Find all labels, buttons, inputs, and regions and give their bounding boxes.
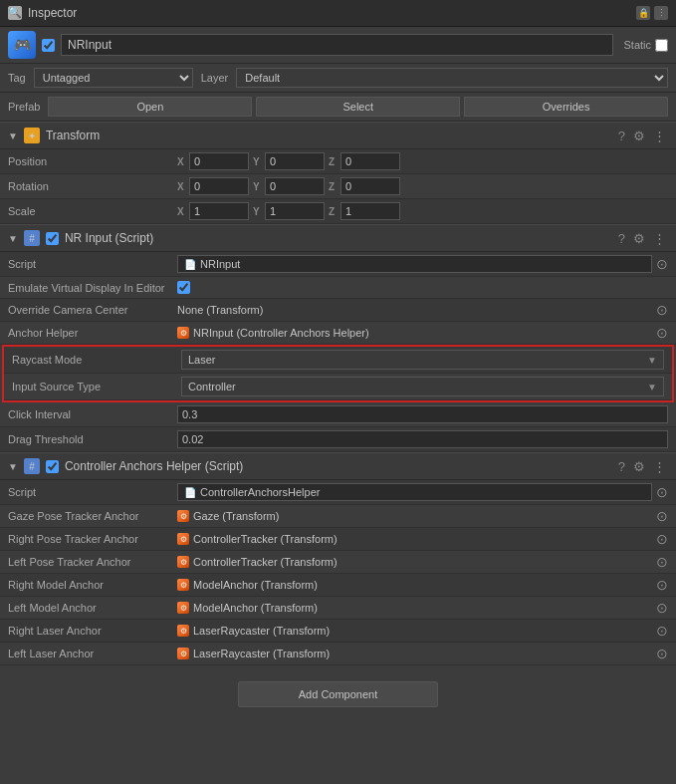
left-pose-pick-btn[interactable]: ⊙	[656, 554, 668, 570]
controller-anchors-help-btn[interactable]: ?	[616, 459, 627, 474]
tag-select[interactable]: Untagged	[34, 68, 193, 88]
scale-z-input[interactable]	[340, 202, 400, 220]
controller-anchors-actions: ? ⚙ ⋮	[616, 459, 668, 474]
object-header: 🎮 Static	[0, 27, 676, 64]
position-y-input[interactable]	[265, 152, 325, 170]
select-button[interactable]: Select	[256, 97, 460, 117]
override-camera-field: None (Transform)	[177, 304, 652, 316]
scale-values: X Y Z	[177, 202, 668, 220]
rotation-y-input[interactable]	[265, 177, 325, 195]
gaze-pose-field: ⚙ Gaze (Transform)	[177, 510, 652, 522]
nrinput-enabled-checkbox[interactable]	[46, 232, 59, 245]
menu-button[interactable]: ⋮	[654, 6, 668, 20]
overrides-button[interactable]: Overrides	[464, 97, 668, 117]
left-pose-icon: ⚙	[177, 556, 189, 568]
nrinput-section-header[interactable]: ▼ # NR Input (Script) ? ⚙ ⋮	[0, 224, 676, 252]
input-source-label: Input Source Type	[12, 381, 181, 392]
title-bar-title: Inspector	[28, 6, 77, 20]
override-camera-label: Override Camera Center	[8, 304, 177, 316]
rotation-z-input[interactable]	[340, 177, 400, 195]
scale-x-field: X	[177, 202, 249, 220]
right-laser-label: Right Laser Anchor	[8, 625, 177, 637]
gaze-pose-value: ⚙ Gaze (Transform) ⊙	[177, 508, 668, 524]
anchor-helper-row: Anchor Helper ⚙ NRInput (Controller Anch…	[0, 322, 676, 345]
right-laser-pick-btn[interactable]: ⊙	[656, 623, 668, 639]
transform-settings-btn[interactable]: ⚙	[631, 129, 647, 143]
ca-script-file-icon: 📄	[184, 487, 196, 498]
rx-label: X	[177, 181, 187, 192]
override-camera-value: None (Transform) ⊙	[177, 302, 668, 318]
emulate-value	[177, 281, 668, 294]
nrinput-help-btn[interactable]: ?	[616, 231, 627, 246]
left-model-field: ⚙ ModelAnchor (Transform)	[177, 602, 652, 614]
transform-menu-btn[interactable]: ⋮	[651, 129, 668, 143]
left-model-value: ⚙ ModelAnchor (Transform) ⊙	[177, 600, 668, 616]
title-bar-controls: 🔒 ⋮	[636, 6, 668, 20]
drag-threshold-input[interactable]	[177, 430, 668, 448]
left-pose-text: ControllerTracker (Transform)	[193, 556, 338, 568]
nrinput-menu-btn[interactable]: ⋮	[651, 231, 668, 246]
left-pose-row: Left Pose Tracker Anchor ⚙ ControllerTra…	[0, 551, 676, 574]
left-laser-icon: ⚙	[177, 648, 189, 659]
gaze-pose-pick-btn[interactable]: ⊙	[656, 508, 668, 524]
layer-select[interactable]: Default	[236, 68, 668, 88]
left-model-pick-btn[interactable]: ⊙	[656, 600, 668, 616]
transform-help-btn[interactable]: ?	[616, 129, 627, 143]
right-model-pick-btn[interactable]: ⊙	[656, 577, 668, 593]
input-source-arrow: ▼	[647, 382, 657, 392]
right-laser-text: LaserRaycaster (Transform)	[193, 625, 330, 637]
scale-x-input[interactable]	[189, 202, 249, 220]
object-name-input[interactable]	[61, 34, 613, 56]
controller-anchors-settings-btn[interactable]: ⚙	[631, 459, 647, 474]
nrinput-settings-btn[interactable]: ⚙	[631, 231, 647, 246]
scale-label: Scale	[8, 205, 177, 217]
right-pose-icon: ⚙	[177, 533, 189, 545]
add-component-button[interactable]: Add Component	[238, 681, 439, 707]
scale-y-input[interactable]	[265, 202, 325, 220]
static-checkbox[interactable]	[655, 39, 668, 52]
controller-anchors-section-header[interactable]: ▼ # Controller Anchors Helper (Script) ?…	[0, 452, 676, 480]
emulate-checkbox[interactable]	[177, 281, 190, 294]
click-interval-value	[177, 405, 668, 423]
controller-anchors-menu-btn[interactable]: ⋮	[651, 459, 668, 474]
nrinput-script-value: 📄 NRInput ⊙	[177, 255, 668, 273]
rotation-x-field: X	[177, 177, 249, 195]
controller-anchors-enabled-checkbox[interactable]	[46, 460, 59, 473]
scale-z-field: Z	[329, 202, 400, 220]
x-label: X	[177, 156, 187, 167]
position-y-field: Y	[253, 152, 325, 170]
position-x-field: X	[177, 152, 249, 170]
transform-section-header[interactable]: ▼ ✦ Transform ? ⚙ ⋮	[0, 122, 676, 149]
input-source-dropdown[interactable]: Controller ▼	[181, 377, 664, 396]
raycast-mode-dropdown[interactable]: Laser ▼	[181, 350, 664, 370]
position-row: Position X Y Z	[0, 149, 676, 174]
rotation-values: X Y Z	[177, 177, 668, 195]
object-active-checkbox[interactable]	[42, 39, 55, 52]
rotation-x-input[interactable]	[189, 177, 249, 195]
override-camera-pick-btn[interactable]: ⊙	[656, 302, 668, 318]
ry-label: Y	[253, 181, 263, 192]
ca-script-pick-btn[interactable]: ⊙	[656, 484, 668, 500]
anchor-helper-label: Anchor Helper	[8, 327, 177, 339]
tag-layer-row: Tag Untagged Layer Default	[0, 64, 676, 93]
lock-button[interactable]: 🔒	[636, 6, 650, 20]
left-laser-text: LaserRaycaster (Transform)	[193, 648, 330, 659]
left-laser-value: ⚙ LaserRaycaster (Transform) ⊙	[177, 646, 668, 661]
position-x-input[interactable]	[189, 152, 249, 170]
left-model-row: Left Model Anchor ⚙ ModelAnchor (Transfo…	[0, 597, 676, 620]
static-label: Static	[623, 39, 651, 51]
open-button[interactable]: Open	[48, 97, 252, 117]
anchor-helper-pick-btn[interactable]: ⊙	[656, 325, 668, 341]
left-laser-pick-btn[interactable]: ⊙	[656, 646, 668, 661]
click-interval-input[interactable]	[177, 405, 668, 423]
sx-label: X	[177, 206, 187, 217]
nrinput-script-name: NRInput	[200, 258, 240, 270]
nrinput-script-pick-btn[interactable]: ⊙	[656, 256, 668, 272]
raycast-mode-text: Laser	[188, 354, 216, 366]
left-model-text: ModelAnchor (Transform)	[193, 602, 318, 614]
position-z-input[interactable]	[340, 152, 400, 170]
right-pose-pick-btn[interactable]: ⊙	[656, 531, 668, 547]
nrinput-script-field: 📄 NRInput	[177, 255, 652, 273]
right-model-label: Right Model Anchor	[8, 579, 177, 591]
right-model-icon: ⚙	[177, 579, 189, 591]
